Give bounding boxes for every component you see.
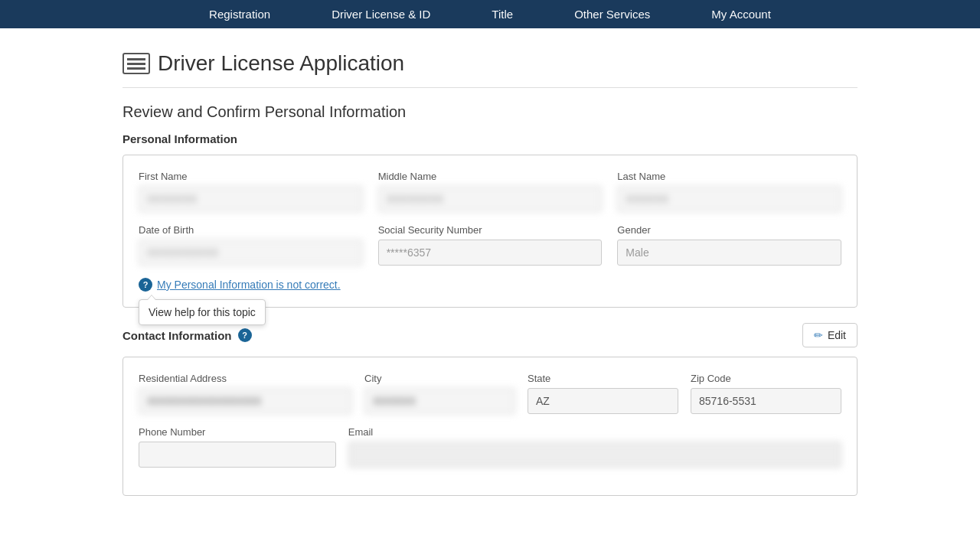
edit-button[interactable]: ✏ Edit (802, 323, 858, 347)
address-label: Residential Address (139, 373, 352, 384)
dob-ssn-row: Date of Birth Social Security Number Gen… (139, 224, 841, 266)
city-label: City (364, 373, 515, 384)
page-title: Driver License Application (158, 51, 404, 76)
gender-field: Gender (617, 224, 841, 266)
ssn-input[interactable] (378, 240, 603, 266)
tooltip-text: View help for this topic (149, 306, 256, 318)
personal-info-card: First Name Middle Name Last Name Date of… (122, 155, 858, 308)
middle-name-field: Middle Name (378, 171, 603, 212)
state-input[interactable] (528, 388, 678, 414)
address-input[interactable] (139, 388, 352, 414)
contact-header-left: Contact Information ? (122, 328, 252, 342)
personal-info-label: Personal Information (122, 132, 858, 145)
gender-input[interactable] (617, 240, 841, 266)
zip-label: Zip Code (691, 373, 841, 384)
ssn-label: Social Security Number (378, 224, 603, 236)
dob-input[interactable] (139, 240, 363, 266)
middle-name-input[interactable] (378, 186, 603, 212)
edit-pencil-icon: ✏ (814, 329, 823, 341)
help-icon[interactable]: ? (139, 278, 152, 292)
nav-item-other-services[interactable]: Other Services (544, 0, 681, 28)
contact-header-row: Contact Information ? ✏ Edit (122, 323, 858, 347)
email-field: Email (348, 426, 841, 468)
review-section-title: Review and Confirm Personal Information (122, 103, 858, 121)
last-name-label: Last Name (617, 171, 841, 182)
address-row: Residential Address City State Zip Code (139, 373, 841, 414)
city-field: City (364, 373, 515, 414)
phone-field: Phone Number (139, 426, 336, 468)
middle-name-label: Middle Name (378, 171, 603, 182)
page-title-row: Driver License Application (122, 51, 858, 88)
edit-label: Edit (828, 329, 846, 341)
first-name-label: First Name (139, 171, 363, 182)
state-field: State (528, 373, 678, 414)
phone-email-row: Phone Number Email (139, 426, 841, 468)
state-label: State (528, 373, 678, 384)
phone-input[interactable] (139, 442, 336, 468)
info-link-row: ? My Personal Information is not correct… (139, 278, 841, 292)
nav-item-title[interactable]: Title (461, 0, 544, 28)
city-input[interactable] (364, 388, 515, 414)
last-name-input[interactable] (617, 186, 841, 212)
zip-field: Zip Code (691, 373, 841, 414)
nav-item-registration[interactable]: Registration (178, 0, 301, 28)
phone-label: Phone Number (139, 426, 336, 438)
first-name-field: First Name (139, 171, 363, 212)
contact-help-icon[interactable]: ? (238, 328, 252, 342)
dob-field: Date of Birth (139, 224, 363, 266)
gender-label: Gender (617, 224, 841, 236)
last-name-field: Last Name (617, 171, 841, 212)
first-name-input[interactable] (139, 186, 363, 212)
zip-input[interactable] (691, 388, 841, 414)
incorrect-info-link[interactable]: My Personal Information is not correct. (157, 279, 341, 291)
ssn-field: Social Security Number (378, 224, 603, 266)
nav-item-driver-license[interactable]: Driver License & ID (301, 0, 461, 28)
email-label: Email (348, 426, 841, 438)
address-field: Residential Address (139, 373, 352, 414)
document-icon (122, 53, 150, 74)
contact-info-card: Residential Address City State Zip Code … (122, 357, 858, 496)
nav-bar: Registration Driver License & ID Title O… (0, 0, 980, 28)
name-row: First Name Middle Name Last Name (139, 171, 841, 212)
dob-label: Date of Birth (139, 224, 363, 236)
nav-item-my-account[interactable]: My Account (681, 0, 802, 28)
page-content: Driver License Application Review and Co… (107, 28, 873, 534)
contact-info-label: Contact Information (122, 329, 232, 342)
tooltip-box: View help for this topic (139, 299, 266, 325)
email-input[interactable] (348, 442, 841, 468)
